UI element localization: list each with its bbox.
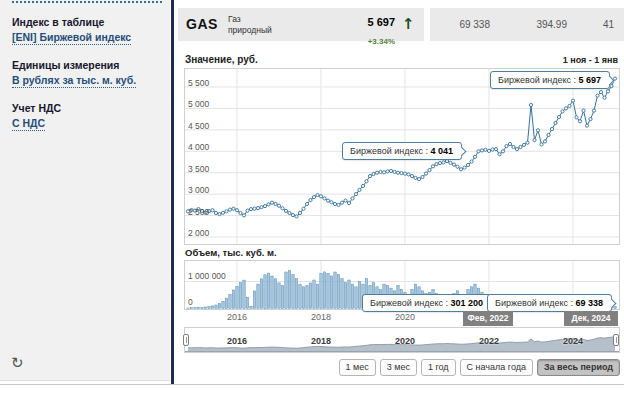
tooltip-volume-end: Биржевой индекс : 69 338 — [487, 294, 612, 312]
navigator-right-handle[interactable] — [613, 334, 619, 346]
price-change-percent: +3.34% — [368, 37, 395, 46]
visible-range-label: 1 ноя - 1 янв — [500, 55, 618, 65]
range-button-all[interactable]: За весь период — [537, 359, 620, 376]
price-up-arrow-icon: ↑ — [402, 15, 415, 33]
price-cell: 5 697 +3.34% — [318, 12, 395, 48]
range-button-3m[interactable]: 3 мес — [380, 359, 417, 376]
crosshair-date-end: Дек, 2024 — [564, 311, 618, 326]
x-axis-year-label: 2016 — [217, 312, 257, 322]
tooltip-price-end: Биржевой индекс : 5 697 — [490, 71, 610, 89]
crosshair-date-mid: Фев, 2022 — [463, 311, 513, 326]
tooltip-label: Биржевой индекс : — [498, 75, 578, 85]
sidebar-link-index-selector[interactable]: [ENI] Биржевой индекс — [12, 31, 131, 45]
range-button-1y[interactable]: 1 год — [421, 359, 456, 376]
instrument-name-line1: Газ — [228, 14, 241, 24]
stat-trades-count: 41 — [569, 19, 614, 30]
tooltip-label: Биржевой индекс : — [350, 146, 430, 156]
exchange-index-page: Индекс в таблице [ENI] Биржевой индекс Е… — [0, 0, 624, 402]
sidebar-link-vat-selector[interactable]: С НДС — [12, 117, 45, 131]
sidebar: Индекс в таблице [ENI] Биржевой индекс Е… — [0, 0, 170, 381]
sidebar-link-units-selector[interactable]: В рублях за тыс. м. куб. — [12, 74, 136, 88]
navigator-area-svg[interactable] — [185, 328, 619, 352]
quote-row-stats[interactable]: 69 338 394.99 41 — [430, 8, 624, 41]
last-price: 5 697 — [367, 16, 395, 28]
navigator-left-handle[interactable] — [183, 334, 189, 346]
tooltip-label: Биржевой индекс : — [370, 298, 450, 308]
stat-price-per-unit: 394.99 — [497, 19, 567, 30]
x-axis-year-label: 2018 — [301, 312, 341, 322]
truncated-link-underline — [12, 1, 162, 3]
range-button-row: 1 мес 3 мес 1 год С начала года За весь … — [376, 359, 620, 376]
tooltip-value: 69 338 — [575, 298, 603, 308]
page-bottom-border — [0, 384, 624, 385]
vertical-divider — [171, 0, 174, 384]
stat-volume: 69 338 — [430, 19, 490, 30]
volume-chart-title: Объем, тыс. куб. м. — [185, 247, 277, 258]
tooltip-value: 4 041 — [430, 146, 453, 156]
sidebar-group-title-index: Индекс в таблице — [12, 16, 104, 28]
x-axis-year-label: 2020 — [385, 312, 425, 322]
instrument-name: Газ природный — [228, 14, 272, 35]
tooltip-volume-mid: Биржевой индекс : 301 200 — [362, 294, 492, 312]
volume-chart-x-axis: 201620182020 — [184, 312, 620, 324]
instrument-name-line2: природный — [228, 25, 272, 35]
range-button-1m[interactable]: 1 мес — [339, 359, 376, 376]
sidebar-group-title-vat: Учет НДС — [12, 102, 61, 114]
ticker-symbol: GAS — [186, 16, 218, 32]
range-button-ytd[interactable]: С начала года — [460, 359, 533, 376]
tooltip-label: Биржевой индекс : — [495, 298, 575, 308]
refresh-icon[interactable]: ↻ — [11, 354, 24, 372]
range-navigator[interactable]: 20162018202020222024 — [184, 327, 620, 353]
tooltip-price-mid: Биржевой индекс : 4 041 — [342, 142, 462, 160]
tooltip-value: 5 697 — [578, 75, 601, 85]
sidebar-group-title-units: Единицы измерения — [12, 59, 119, 71]
tooltip-value: 301 200 — [450, 298, 483, 308]
value-chart-title: Значение, руб. — [185, 54, 258, 65]
quote-row-main[interactable]: GAS Газ природный 5 697 +3.34% ↑ — [178, 8, 424, 41]
